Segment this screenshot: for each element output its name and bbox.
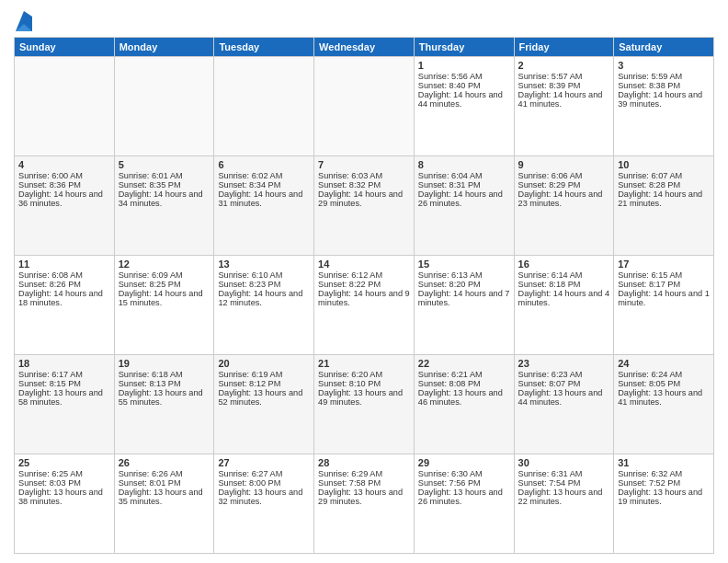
calendar-cell: 1Sunrise: 5:56 AMSunset: 8:40 PMDaylight… [414, 57, 514, 156]
sunrise-text: Sunrise: 6:04 AM [418, 171, 510, 180]
sunrise-text: Sunrise: 6:01 AM [119, 171, 210, 180]
calendar-cell: 20Sunrise: 6:19 AMSunset: 8:12 PMDayligh… [214, 355, 314, 454]
daylight-text: Daylight: 13 hours and 58 minutes. [18, 388, 110, 407]
calendar-cell: 13Sunrise: 6:10 AMSunset: 8:23 PMDayligh… [214, 256, 314, 355]
calendar-cell [114, 57, 214, 156]
daylight-text: Daylight: 13 hours and 19 minutes. [618, 488, 710, 506]
sunrise-text: Sunrise: 5:56 AM [418, 72, 510, 81]
sunset-text: Sunset: 8:34 PM [218, 180, 310, 190]
day-number: 12 [119, 259, 210, 270]
calendar-cell: 31Sunrise: 6:32 AMSunset: 7:52 PMDayligh… [614, 454, 714, 554]
calendar-header-wednesday: Wednesday [314, 38, 415, 57]
calendar-cell: 16Sunrise: 6:14 AMSunset: 8:18 PMDayligh… [514, 256, 614, 355]
day-number: 2 [518, 60, 610, 71]
logo-icon [16, 11, 32, 31]
day-number: 14 [318, 259, 410, 270]
daylight-text: Daylight: 13 hours and 22 minutes. [518, 488, 610, 506]
daylight-text: Daylight: 13 hours and 29 minutes. [318, 488, 410, 506]
calendar-cell: 12Sunrise: 6:09 AMSunset: 8:25 PMDayligh… [114, 256, 214, 355]
sunrise-text: Sunrise: 6:03 AM [318, 171, 410, 180]
daylight-text: Daylight: 13 hours and 41 minutes. [618, 388, 710, 407]
daylight-text: Daylight: 13 hours and 52 minutes. [218, 388, 310, 407]
calendar-cell: 8Sunrise: 6:04 AMSunset: 8:31 PMDaylight… [414, 156, 514, 256]
sunset-text: Sunset: 8:17 PM [618, 280, 710, 289]
sunrise-text: Sunrise: 6:14 AM [518, 270, 610, 280]
day-number: 26 [119, 457, 210, 468]
day-number: 1 [418, 60, 510, 71]
daylight-text: Daylight: 14 hours and 29 minutes. [318, 190, 410, 208]
sunset-text: Sunset: 8:22 PM [318, 280, 410, 289]
sunrise-text: Sunrise: 6:26 AM [119, 469, 210, 478]
calendar-cell: 28Sunrise: 6:29 AMSunset: 7:58 PMDayligh… [314, 454, 415, 554]
calendar-header-sunday: Sunday [15, 38, 115, 57]
calendar-cell: 27Sunrise: 6:27 AMSunset: 8:00 PMDayligh… [214, 454, 314, 554]
sunset-text: Sunset: 8:12 PM [218, 379, 310, 388]
daylight-text: Daylight: 14 hours and 12 minutes. [218, 289, 310, 307]
calendar-header-thursday: Thursday [414, 38, 514, 57]
calendar-cell: 3Sunrise: 5:59 AMSunset: 8:38 PMDaylight… [614, 57, 714, 156]
daylight-text: Daylight: 14 hours and 1 minute. [618, 289, 710, 307]
day-number: 25 [18, 457, 110, 468]
sunset-text: Sunset: 8:28 PM [618, 180, 710, 190]
sunrise-text: Sunrise: 5:57 AM [518, 72, 610, 81]
calendar-cell: 2Sunrise: 5:57 AMSunset: 8:39 PMDaylight… [514, 57, 614, 156]
day-number: 16 [518, 259, 610, 270]
sunset-text: Sunset: 8:40 PM [418, 81, 510, 90]
sunrise-text: Sunrise: 6:09 AM [119, 270, 210, 280]
calendar-cell: 5Sunrise: 6:01 AMSunset: 8:35 PMDaylight… [114, 156, 214, 256]
calendar-cell: 19Sunrise: 6:18 AMSunset: 8:13 PMDayligh… [114, 355, 214, 454]
sunrise-text: Sunrise: 6:29 AM [318, 469, 410, 478]
calendar-week-2: 4Sunrise: 6:00 AMSunset: 8:36 PMDaylight… [15, 156, 714, 256]
day-number: 29 [418, 457, 510, 468]
calendar-week-1: 1Sunrise: 5:56 AMSunset: 8:40 PMDaylight… [15, 57, 714, 156]
day-number: 23 [518, 358, 610, 369]
sunset-text: Sunset: 8:20 PM [418, 280, 510, 289]
day-number: 24 [618, 358, 710, 369]
daylight-text: Daylight: 13 hours and 32 minutes. [218, 488, 310, 506]
sunrise-text: Sunrise: 6:17 AM [18, 370, 110, 379]
calendar-cell: 22Sunrise: 6:21 AMSunset: 8:08 PMDayligh… [414, 355, 514, 454]
daylight-text: Daylight: 13 hours and 38 minutes. [18, 488, 110, 506]
day-number: 4 [18, 159, 110, 170]
daylight-text: Daylight: 14 hours and 23 minutes. [518, 190, 610, 208]
daylight-text: Daylight: 13 hours and 49 minutes. [318, 388, 410, 407]
sunrise-text: Sunrise: 6:10 AM [218, 270, 310, 280]
day-number: 9 [518, 159, 610, 170]
day-number: 22 [418, 358, 510, 369]
day-number: 15 [418, 259, 510, 270]
day-number: 11 [18, 259, 110, 270]
calendar-cell: 29Sunrise: 6:30 AMSunset: 7:56 PMDayligh… [414, 454, 514, 554]
daylight-text: Daylight: 14 hours and 34 minutes. [119, 190, 210, 208]
sunset-text: Sunset: 8:15 PM [18, 379, 110, 388]
calendar-cell: 9Sunrise: 6:06 AMSunset: 8:29 PMDaylight… [514, 156, 614, 256]
calendar-cell: 15Sunrise: 6:13 AMSunset: 8:20 PMDayligh… [414, 256, 514, 355]
calendar-table: SundayMondayTuesdayWednesdayThursdayFrid… [14, 37, 714, 554]
day-number: 10 [618, 159, 710, 170]
page: SundayMondayTuesdayWednesdayThursdayFrid… [0, 0, 728, 563]
calendar-week-5: 25Sunrise: 6:25 AMSunset: 8:03 PMDayligh… [15, 454, 714, 554]
daylight-text: Daylight: 13 hours and 35 minutes. [119, 488, 210, 506]
daylight-text: Daylight: 13 hours and 44 minutes. [518, 388, 610, 407]
sunset-text: Sunset: 8:29 PM [518, 180, 610, 190]
daylight-text: Daylight: 14 hours and 31 minutes. [218, 190, 310, 208]
calendar-cell: 26Sunrise: 6:26 AMSunset: 8:01 PMDayligh… [114, 454, 214, 554]
calendar-cell: 6Sunrise: 6:02 AMSunset: 8:34 PMDaylight… [214, 156, 314, 256]
calendar-cell: 14Sunrise: 6:12 AMSunset: 8:22 PMDayligh… [314, 256, 415, 355]
calendar-cell: 7Sunrise: 6:03 AMSunset: 8:32 PMDaylight… [314, 156, 415, 256]
sunrise-text: Sunrise: 6:06 AM [518, 171, 610, 180]
calendar-cell: 24Sunrise: 6:24 AMSunset: 8:05 PMDayligh… [614, 355, 714, 454]
sunset-text: Sunset: 8:39 PM [518, 81, 610, 90]
sunrise-text: Sunrise: 6:15 AM [618, 270, 710, 280]
day-number: 5 [119, 159, 210, 170]
sunrise-text: Sunrise: 6:07 AM [618, 171, 710, 180]
calendar-header-tuesday: Tuesday [214, 38, 314, 57]
sunrise-text: Sunrise: 6:30 AM [418, 469, 510, 478]
calendar-cell: 17Sunrise: 6:15 AMSunset: 8:17 PMDayligh… [614, 256, 714, 355]
sunrise-text: Sunrise: 6:00 AM [18, 171, 110, 180]
header [14, 9, 714, 31]
calendar-cell: 21Sunrise: 6:20 AMSunset: 8:10 PMDayligh… [314, 355, 415, 454]
day-number: 7 [318, 159, 410, 170]
day-number: 13 [218, 259, 310, 270]
daylight-text: Daylight: 14 hours and 4 minutes. [518, 289, 610, 307]
sunrise-text: Sunrise: 6:08 AM [18, 270, 110, 280]
